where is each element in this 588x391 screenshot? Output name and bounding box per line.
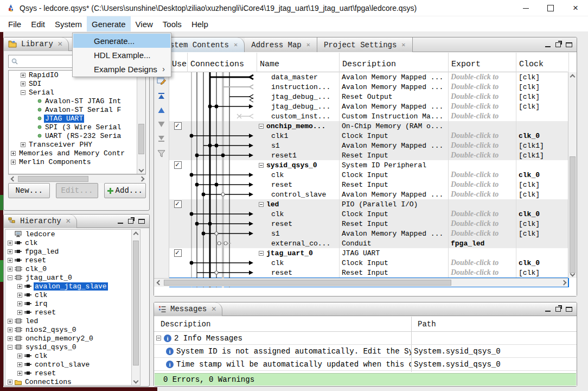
menu-generate[interactable]: Generate [87, 16, 131, 31]
clock-cell[interactable]: [clk1] [516, 141, 569, 150]
messages-group-row[interactable]: i2 Info Messages [154, 332, 577, 345]
use-checkbox[interactable] [174, 249, 182, 257]
export-cell[interactable] [449, 160, 516, 170]
expand-icon[interactable] [17, 301, 22, 306]
close-icon[interactable]: × [563, 0, 588, 16]
expand-icon[interactable] [8, 319, 12, 324]
port-row[interactable]: resetReset InputDouble-click to[clk] [169, 180, 569, 190]
port-row[interactable]: external_co...Conduitfpga_led [169, 238, 569, 248]
port-row[interactable]: custom_inst...Custom Instruction Ma...Do… [169, 111, 569, 121]
message-row[interactable]: iSystem ID is not assigned automatically… [154, 345, 577, 358]
export-cell[interactable]: Double-click to [449, 141, 516, 150]
library-tree-item[interactable]: JTAG UART [9, 114, 137, 123]
filter-icon[interactable] [157, 150, 165, 157]
clock-cell[interactable]: [clk] [516, 92, 569, 102]
table-hscrollbar[interactable] [154, 278, 568, 287]
export-cell[interactable]: Double-click to [449, 92, 516, 102]
expand-icon[interactable] [11, 151, 16, 156]
panel-float-icon[interactable] [555, 307, 561, 312]
connections-cell[interactable] [188, 258, 257, 268]
connections-cell[interactable] [188, 160, 257, 170]
hierarchy-tree-item[interactable]: Connections [5, 377, 131, 386]
hierarchy-tree-item[interactable]: led [5, 317, 131, 325]
panel-minimize-icon[interactable] [118, 223, 123, 224]
clock-cell[interactable]: [clk] [516, 229, 569, 238]
clock-cell[interactable]: [clk] [516, 180, 569, 190]
expand-icon[interactable] [17, 371, 22, 376]
clock-cell[interactable]: clk_0 [516, 258, 569, 268]
port-row[interactable]: data_masterAvalon Memory Mapped ...Doubl… [169, 72, 569, 82]
component-row[interactable]: jtag_uart_0JTAG UART [169, 248, 569, 258]
use-checkbox[interactable] [174, 200, 182, 208]
panel-float-icon[interactable] [128, 219, 133, 224]
clock-cell[interactable]: clk_0 [516, 209, 569, 219]
menu-item-example-designs[interactable]: Example Designs› [73, 62, 170, 76]
collapse-icon[interactable] [259, 163, 264, 168]
move-up-icon[interactable] [157, 107, 165, 113]
expand-icon[interactable] [8, 327, 12, 332]
export-cell[interactable]: Double-click to [449, 209, 516, 219]
menu-help[interactable]: Help [187, 16, 213, 31]
panel-float-icon[interactable] [555, 42, 561, 47]
expand-icon[interactable] [8, 241, 12, 245]
port-row[interactable]: reset1Reset InputDouble-click to[clk1] [169, 150, 569, 160]
use-checkbox[interactable] [174, 122, 182, 130]
connections-cell[interactable] [188, 170, 257, 180]
clock-cell[interactable]: [clk] [516, 219, 569, 229]
collapse-icon[interactable] [259, 202, 264, 207]
hierarchy-tree-item[interactable]: reset [5, 256, 131, 264]
port-row[interactable]: clk1Clock InputDouble-click toclk_0 [169, 131, 569, 141]
export-cell[interactable]: Double-click to [449, 258, 516, 268]
panel-minimize-icon[interactable] [545, 46, 551, 47]
expand-icon[interactable] [21, 142, 25, 147]
hierarchy-tab[interactable]: Hierarchy ✕ [4, 215, 77, 228]
expand-icon[interactable] [8, 267, 12, 272]
hierarchy-tree-item[interactable]: clk [5, 238, 131, 247]
hierarchy-tree-item[interactable]: avalon_jtag_slave [5, 282, 131, 291]
tab-close-icon[interactable]: ✕ [234, 41, 238, 49]
export-cell[interactable]: Double-click to [449, 190, 516, 199]
port-row[interactable]: resetReset InputDouble-click to[clk] [169, 219, 569, 229]
export-cell[interactable]: Double-click to [449, 111, 516, 121]
connections-cell[interactable] [188, 92, 257, 102]
library-tree-item[interactable]: Serial [9, 88, 137, 97]
scroll-left-icon[interactable] [157, 280, 162, 286]
library-tree-item[interactable]: Avalon-ST JTAG Int [9, 97, 137, 105]
clock-cell[interactable] [516, 121, 569, 131]
export-cell[interactable]: Double-click to [449, 268, 516, 278]
clock-cell[interactable] [516, 160, 569, 170]
hierarchy-tree-item[interactable]: control_slave [5, 360, 131, 369]
hierarchy-tab-close-icon[interactable]: ✕ [66, 217, 71, 225]
connections-cell[interactable] [188, 141, 257, 150]
scroll-right-icon[interactable] [561, 280, 567, 286]
export-cell[interactable]: Double-click to [449, 180, 516, 190]
connections-cell[interactable] [188, 150, 257, 160]
connections-cell[interactable] [188, 209, 257, 219]
hierarchy-tree-item[interactable]: nios2_qsys_0 [5, 325, 131, 334]
messages-tab[interactable]: Messages ✕ [154, 302, 222, 316]
library-tree-item[interactable]: Merlin Components [9, 157, 137, 166]
hierarchy-tree-item[interactable]: onchip_memory2_0 [5, 334, 131, 343]
clock-cell[interactable]: [clk] [516, 268, 569, 278]
port-row[interactable]: s1Avalon Memory Mapped ...Double-click t… [169, 141, 569, 150]
scroll-down-icon[interactable] [139, 167, 144, 173]
panel-maximize-icon[interactable] [138, 219, 145, 224]
expand-icon[interactable] [17, 284, 22, 289]
connections-cell[interactable] [188, 102, 257, 111]
tab-close-icon[interactable]: ✕ [306, 41, 310, 49]
library-tree-item[interactable]: Memories and Memory Contr [9, 149, 137, 157]
expand-icon[interactable] [21, 73, 25, 78]
menu-item-hdl-example---[interactable]: HDL Example... [73, 48, 170, 62]
scroll-left-icon[interactable] [11, 176, 16, 182]
component-row[interactable]: sysid_qsys_0System ID Peripheral [169, 160, 569, 170]
hierarchy-tree-item[interactable]: clk_0 [5, 264, 131, 273]
export-cell[interactable]: Double-click to [449, 170, 516, 180]
column-header-description[interactable]: Description [340, 53, 449, 72]
library-tree-item[interactable]: SDI [9, 79, 137, 88]
scroll-up-icon[interactable] [133, 232, 139, 237]
tab-project-settings[interactable]: Project Settings✕ [317, 37, 413, 52]
connections-cell[interactable] [188, 199, 257, 209]
new-button[interactable]: New... [8, 183, 50, 198]
panel-minimize-icon[interactable] [545, 311, 551, 312]
component-row[interactable]: onchip_memo...On-Chip Memory (RAM o... [169, 121, 569, 131]
